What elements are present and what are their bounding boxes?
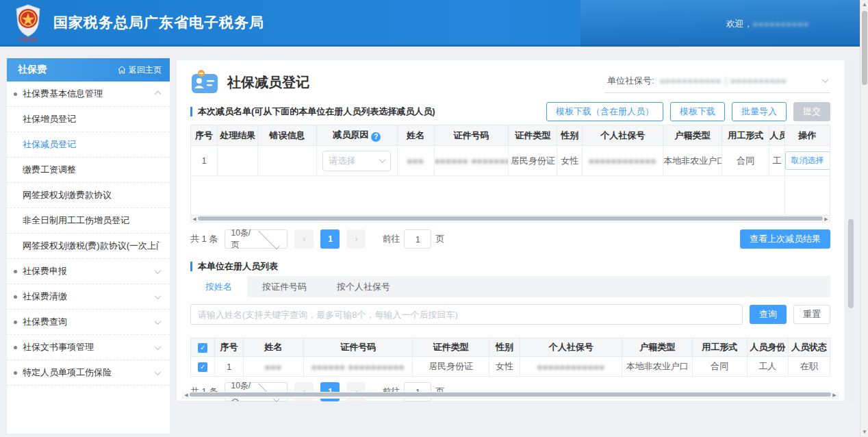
batch-import-button[interactable]: 批量导入 (732, 102, 787, 121)
search-button[interactable]: 查询 (750, 305, 787, 324)
col-identity: 人员身份 (747, 338, 789, 357)
col-reason: 减员原因 (316, 125, 397, 146)
cancel-selection-button[interactable]: 取消选择 (785, 151, 830, 170)
roster-tabs: 按姓名 按证件号码 按个人社保号 (190, 276, 830, 297)
chevron-down-icon (379, 156, 386, 163)
goto-page-input[interactable] (404, 229, 431, 249)
col-status: 人员状态 (789, 338, 830, 357)
sidebar-group-documents[interactable]: 社保文书事项管理 (7, 335, 170, 360)
sidebar-item-parttime-injury[interactable]: 非全日制用工工伤增员登记 (7, 208, 170, 234)
hscroll-thumb[interactable] (190, 392, 831, 397)
scroll-left-arrow-icon[interactable]: ◀ (191, 216, 198, 221)
sidebar-group-settle[interactable]: 社保费清缴 (7, 284, 170, 310)
col-result: 处理结果 (218, 125, 258, 146)
id-number-masked: ●●●●●● ●●●●●●●●●● (435, 156, 509, 166)
page-vscroll-thumb[interactable] (862, 11, 867, 85)
help-icon[interactable] (371, 132, 381, 142)
chevron-up-icon (155, 90, 162, 97)
reduce-member-icon (190, 70, 220, 95)
col-person: 人员 (769, 125, 784, 146)
chevron-down-icon (258, 227, 279, 249)
sidebar-group-declare[interactable]: 社保费申报 (7, 259, 170, 284)
welcome-prefix: 欢迎， (726, 18, 753, 30)
select-all-checkbox[interactable] (198, 343, 207, 353)
name-search-input[interactable] (190, 304, 743, 325)
chevron-down-icon (155, 318, 162, 325)
home-icon (118, 66, 126, 74)
bullet-icon (14, 371, 17, 375)
view-last-result-button[interactable]: 查看上次减员结果 (740, 229, 830, 249)
scroll-down-arrow-icon[interactable]: ▼ (860, 427, 868, 437)
col-social-number: 个人社保号 (583, 125, 663, 146)
page-title: 社保减员登记 (227, 73, 604, 92)
logo-caption: 中国税务 (12, 36, 44, 43)
sidebar-item-reduce-member[interactable]: 社保减员登记 (7, 132, 170, 158)
submit-button[interactable]: 提交 (793, 102, 830, 121)
scroll-left-arrow-icon[interactable]: ◀ (183, 392, 190, 397)
col-employment: 用工形式 (693, 338, 747, 357)
bullet-icon (14, 321, 17, 324)
app-header: 中国税务 国家税务总局广东省电子税务局 欢迎， ●●●●●●●●●● (0, 0, 868, 47)
chevron-down-icon (155, 267, 162, 274)
back-home-link[interactable]: 返回主页 (118, 64, 162, 76)
main-content-hscrollbar[interactable]: ◀ ▶ (182, 392, 839, 399)
reduction-table-hscrollbar[interactable]: ◀ ▶ (190, 216, 830, 223)
prev-page-button[interactable]: ‹ (294, 229, 314, 249)
col-name: 姓名 (243, 338, 304, 357)
hscroll-thumb[interactable] (198, 216, 823, 221)
reason-select[interactable]: 请选择 (322, 151, 391, 171)
col-action: 操作 (784, 125, 830, 146)
vscroll-thumb[interactable] (848, 219, 854, 308)
tab-by-name[interactable]: 按姓名 (190, 276, 247, 297)
total-count: 共 1 条 (190, 233, 218, 245)
next-page-button[interactable]: › (346, 229, 366, 249)
scroll-up-arrow-icon[interactable]: ▲ (860, 0, 868, 10)
tax-bureau-logo-icon: 中国税务 (12, 3, 44, 42)
reduction-section-title: 本次减员名单(可从下面的本单位在册人员列表选择减员人员) (190, 107, 539, 116)
roster-table-row: 1 ●●● ●●●●●● ●●●●●●●●●● 居民身份证 女性 ●●●●●●●… (191, 357, 830, 377)
unit-social-number-selector[interactable]: 单位社保号: ●●●●●●●●●●● | ●●●●●●●●●● (604, 72, 830, 93)
bullet-icon (14, 295, 17, 299)
sidebar-group-query[interactable]: 社保费查询 (7, 310, 170, 335)
template-download-button[interactable]: 模板下载 (670, 102, 725, 121)
sidebar-group-basic-info[interactable]: 社保费基本信息管理 (7, 82, 170, 107)
col-seq: 序号 (215, 338, 243, 357)
row-checkbox[interactable] (198, 362, 207, 372)
sidebar-group-special-injury[interactable]: 特定人员单项工伤保险 (7, 360, 170, 386)
per-page-select[interactable]: 10条/页 (225, 229, 288, 249)
template-download-with-staff-button[interactable]: 模板下载（含在册人员） (546, 102, 663, 121)
scroll-right-arrow-icon[interactable]: ▶ (831, 392, 838, 397)
unit-social-number-value-masked: ●●●●●●●●●●● | ●●●●●●●●●● (660, 76, 815, 86)
bullet-icon (14, 270, 17, 273)
reset-button[interactable]: 重置 (793, 305, 830, 324)
content-vscrollbar[interactable] (847, 60, 854, 401)
page-unit-label: 页 (435, 233, 444, 245)
col-hukou: 户籍类型 (622, 338, 693, 357)
sidebar-header: 社保费 返回主页 (7, 58, 170, 82)
reduction-table: 序号 处理结果 错误信息 减员原因 姓名 证件号码 证件类型 性别 个人社保号 … (190, 125, 830, 216)
bullet-icon (14, 92, 17, 96)
col-seq: 序号 (191, 125, 218, 146)
chevron-down-icon (155, 369, 162, 375)
col-social-number: 个人社保号 (520, 338, 622, 357)
scroll-right-arrow-icon[interactable]: ▶ (823, 216, 830, 221)
sidebar-item-online-agreement[interactable]: 网签授权划缴费款协议 (7, 183, 170, 208)
roster-table-header-row: 序号 姓名 证件号码 证件类型 性别 个人社保号 户籍类型 用工形式 人员身份 … (191, 338, 830, 357)
name-masked: ●●● (407, 156, 424, 166)
unit-social-number-label: 单位社保号: (607, 75, 654, 87)
tab-by-social-number[interactable]: 按个人社保号 (322, 276, 405, 297)
col-gender: 性别 (489, 338, 520, 357)
tab-by-id-number[interactable]: 按证件号码 (247, 276, 322, 297)
id-number-masked: ●●●●●● ●●●●●●●●●● (311, 362, 405, 372)
sidebar-item-tax-agreement-onetrip[interactable]: 网签授权划缴税(费)款协议(一次上门) (7, 234, 170, 259)
page-vscrollbar[interactable]: ▲ ▼ (860, 0, 868, 437)
col-gender: 性别 (557, 125, 583, 146)
sidebar-item-wage-adjust[interactable]: 缴费工资调整 (7, 158, 170, 183)
current-page-button[interactable]: 1 (320, 229, 340, 249)
back-home-label: 返回主页 (129, 64, 162, 76)
main-content: 社保减员登记 单位社保号: ●●●●●●●●●●● | ●●●●●●●●●● 本… (177, 60, 844, 401)
roster-table: 序号 姓名 证件号码 证件类型 性别 个人社保号 户籍类型 用工形式 人员身份 … (190, 338, 830, 377)
sidebar-item-add-member[interactable]: 社保增员登记 (7, 107, 170, 132)
sidebar: 社保费 返回主页 社保费基本信息管理 社保增员登记 社保减员登记 缴费工资调整 … (7, 58, 170, 434)
chevron-down-icon (155, 343, 162, 350)
